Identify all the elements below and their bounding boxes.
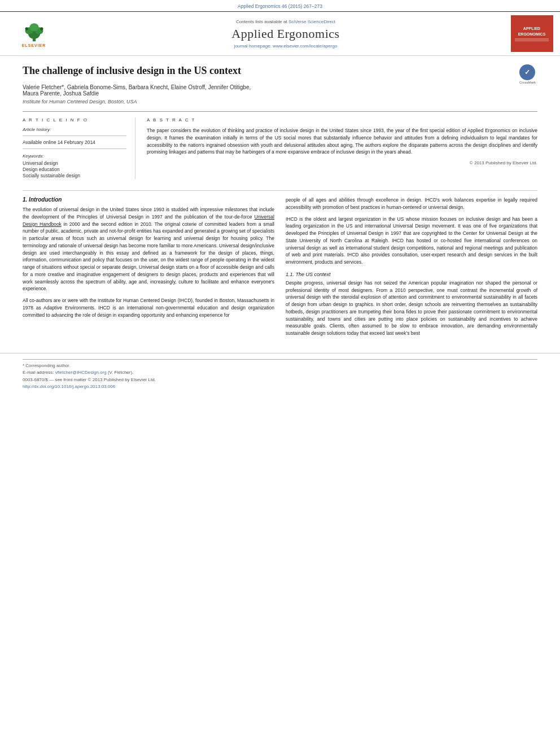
- ae-box: APPLIEDERGONOMICS: [511, 15, 553, 52]
- crossmark-icon[interactable]: ✓: [519, 64, 535, 80]
- svg-point-4: [29, 23, 38, 31]
- journal-header-center: Contents lists available at SciVerse Sci…: [62, 19, 509, 49]
- body-col2-para1: people of all ages and abilities through…: [286, 196, 537, 211]
- doi-link[interactable]: http://dx.doi.org/10.1016/j.apergo.2013.…: [23, 384, 537, 389]
- svg-point-6: [40, 27, 43, 30]
- sciverse-text: Contents lists available at SciVerse Sci…: [68, 19, 504, 24]
- ae-box-area: APPLIEDERGONOMICS: [509, 15, 554, 52]
- info-divider-2: [23, 148, 126, 149]
- footer-area: * Corresponding author. E-mail address: …: [0, 353, 560, 395]
- keyword-1: Universal design: [23, 160, 126, 166]
- udh-link[interactable]: Universal Design Handbook: [23, 214, 274, 227]
- copyright: © 2013 Published by Elsevier Ltd.: [147, 160, 537, 165]
- title-row: The challenge of inclusive design in the…: [23, 64, 537, 84]
- article-meta: A R T I C L E I N F O Article history: A…: [23, 111, 537, 179]
- abstract-label: A B S T R A C T: [147, 117, 537, 123]
- keyword-2: Design education: [23, 167, 126, 172]
- body-col1-para2: All co-authors are or were with the Inst…: [23, 297, 274, 318]
- section1-heading: 1. Introduction: [23, 196, 274, 203]
- abstract-col: A B S T R A C T The paper considers the …: [147, 117, 537, 179]
- affiliation: Institute for Human Centered Design, Bos…: [23, 99, 537, 104]
- page-container: Applied Ergonomics 46 (2015) 267–273 ELS…: [0, 0, 560, 747]
- article-info-label: A R T I C L E I N F O: [23, 117, 126, 123]
- authors: Valerie Fletcher*, Gabriela Bonome-Sims,…: [23, 84, 537, 97]
- sciverse-link[interactable]: SciVerse ScienceDirect: [288, 19, 335, 24]
- top-citation-bar: Applied Ergonomics 46 (2015) 267–273: [0, 0, 560, 11]
- email-label: E-mail address:: [23, 370, 54, 375]
- body-col-left: 1. Introduction The evolution of univers…: [23, 196, 274, 342]
- journal-title: Applied Ergonomics: [68, 27, 504, 41]
- email-name: (V. Fletcher).: [108, 370, 134, 375]
- svg-point-5: [25, 27, 28, 30]
- footnote-marker-text: * Corresponding author.: [23, 363, 537, 368]
- corresponding-author-text: Corresponding author.: [25, 363, 70, 368]
- svg-text:✓: ✓: [524, 68, 530, 76]
- available-online: Available online 14 February 2014: [23, 139, 126, 145]
- body-content: 1. Introduction The evolution of univers…: [23, 190, 537, 342]
- main-content: The challenge of inclusive design in the…: [0, 56, 560, 347]
- crossmark-label: CrossMark: [519, 81, 536, 84]
- email-line: E-mail address: vfletcher@IHCDesign.org …: [23, 370, 537, 375]
- info-divider-1: [23, 136, 126, 136]
- subsection1-heading: 1.1. The US context: [286, 272, 537, 277]
- crossmark-svg: ✓: [521, 66, 533, 78]
- crossmark-area[interactable]: ✓ CrossMark: [518, 64, 537, 84]
- body-col1-para1: The evolution of universal design in the…: [23, 206, 274, 292]
- elsevier-label: ELSEVIER: [22, 43, 46, 47]
- body-col-right: people of all ages and abilities through…: [286, 196, 537, 342]
- ae-box-title: APPLIEDERGONOMICS: [518, 26, 546, 36]
- body-col2-para2: IHCD is the oldest and largest organizat…: [286, 216, 537, 266]
- elsevier-logo: ELSEVIER: [21, 20, 47, 47]
- abstract-text: The paper considers the evolution of thi…: [147, 127, 537, 156]
- history-label: Article history:: [23, 127, 126, 132]
- journal-header: ELSEVIER Contents lists available at Sci…: [0, 11, 560, 56]
- article-title: The challenge of inclusive design in the…: [23, 64, 518, 77]
- keywords-label: Keywords:: [23, 154, 126, 159]
- body-col2-para3: Despite progress, universal design has n…: [286, 279, 537, 337]
- keyword-3: Socially sustainable design: [23, 173, 126, 178]
- elsevier-tree-icon: [21, 20, 47, 42]
- article-info-col: A R T I C L E I N F O Article history: A…: [23, 117, 135, 179]
- elsevier-logo-area: ELSEVIER: [6, 20, 62, 47]
- issn-line: 0003-6870/$ — see front matter © 2013 Pu…: [23, 377, 537, 382]
- email-link[interactable]: vfletcher@IHCDesign.org: [55, 370, 107, 375]
- citation-text: Applied Ergonomics 46 (2015) 267–273: [238, 3, 322, 9]
- journal-homepage: journal homepage: www.elsevier.com/locat…: [68, 43, 504, 49]
